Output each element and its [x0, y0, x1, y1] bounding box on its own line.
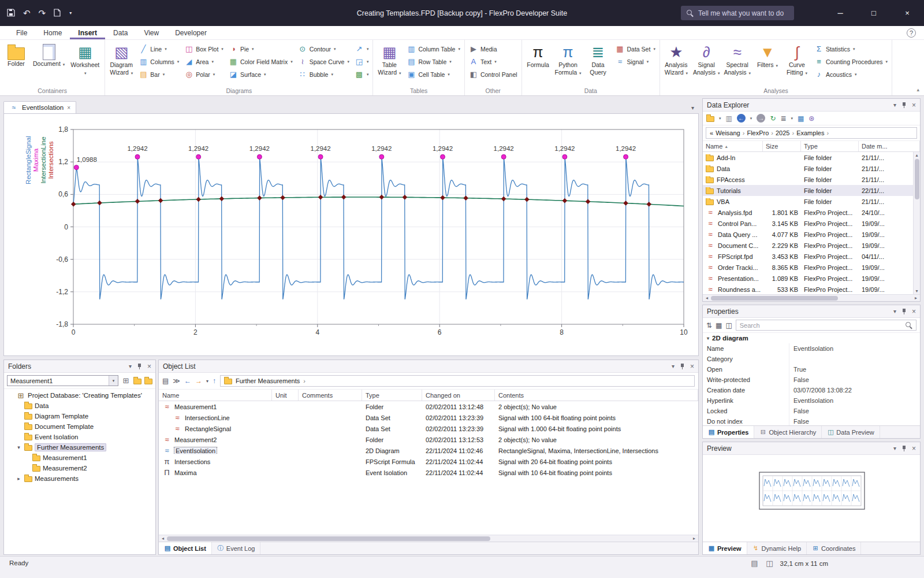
data-explorer-vscrollbar[interactable]: ▴ ▾ — [913, 152, 920, 295]
pin-icon[interactable] — [901, 102, 907, 109]
tab-event-log[interactable]: ⓘEvent Log — [212, 542, 261, 554]
table-row[interactable]: Add-InFile folder21/11/... — [703, 152, 920, 163]
pin-icon[interactable] — [680, 363, 685, 370]
breadcrumb-weisang[interactable]: Weisang — [716, 129, 740, 136]
scroll-up-icon[interactable]: ▴ — [915, 152, 918, 159]
back-circle-icon[interactable]: ← — [737, 114, 746, 123]
history-icon[interactable]: ≫ — [173, 377, 180, 385]
ribbon-statistics-button[interactable]: ΣStatistics▾ — [812, 43, 890, 55]
column-header-comments[interactable]: Comments — [299, 390, 362, 401]
new-folder-icon[interactable] — [133, 379, 141, 384]
tree-item-document-template[interactable]: Document Template — [4, 421, 155, 432]
table-row[interactable]: ≈Presentation...1.089 KBFlexPro Project.… — [703, 273, 920, 284]
tell-me-search[interactable]: Tell me what you want to do — [681, 6, 794, 20]
table-row[interactable]: ≈Measurement2Folder02/02/2011 13:12:532 … — [159, 434, 698, 445]
ribbon-signal-analysis-button[interactable]: ∂Signal Analysis ▾ — [691, 41, 722, 76]
data-explorer-breadcrumb[interactable]: «Weisang›FlexPro›2025›Examples› — [706, 127, 917, 139]
tree-item-further-measurements[interactable]: ▾Further Measurements — [4, 442, 155, 453]
data-explorer-hscrollbar[interactable]: ◂ ▸ — [703, 294, 920, 301]
table-row[interactable]: ≈Analysis.fpd1.801 KBFlexPro Project...2… — [703, 207, 920, 218]
tree-item-event-isolation[interactable]: Event Isolation — [4, 432, 155, 442]
ribbon-pie-button[interactable]: ◑Pie▾ — [226, 43, 295, 55]
scroll-right-icon[interactable]: ▸ — [912, 295, 920, 301]
ribbon-contour-button[interactable]: ⊙Contour▾ — [296, 43, 352, 55]
section-collapse-icon[interactable]: ▾ — [707, 336, 709, 341]
hscroll-thumb[interactable] — [711, 296, 838, 301]
table-row[interactable]: ≈Order Tracki...8.365 KBFlexPro Project.… — [703, 262, 920, 273]
ribbon-cell-table-button[interactable]: ▣Cell Table▾ — [404, 68, 463, 80]
ribbon-columns-button[interactable]: ▥Columns▾ — [136, 55, 181, 68]
pin-icon[interactable] — [901, 308, 907, 315]
tree-item-measurements[interactable]: ▸Measurements — [4, 473, 155, 484]
forward-icon[interactable]: → — [195, 377, 202, 385]
menu-tab-data[interactable]: Data — [105, 26, 136, 39]
property-row-hyperlink[interactable]: HyperlinkEventIsolation — [703, 395, 920, 406]
refresh-icon[interactable]: ↻ — [770, 114, 776, 123]
up-icon[interactable]: ↑ — [213, 377, 216, 385]
pin-icon[interactable] — [901, 445, 907, 452]
table-row[interactable]: ≈EventIsolation2D Diagram22/11/2024 11:0… — [159, 445, 698, 456]
new-document-icon[interactable] — [54, 9, 61, 18]
property-row-write-protected[interactable]: Write-protectedFalse — [703, 375, 920, 385]
folder-pane-icon[interactable]: ▤ — [162, 377, 169, 385]
back-caret-icon[interactable]: ▾ — [750, 116, 752, 121]
tab-object-hierarchy[interactable]: ⊟Object Hierarchy — [754, 426, 822, 438]
close-tab-icon[interactable]: × — [67, 105, 70, 111]
table-row[interactable]: ≈FPScript.fpd3.453 KBFlexPro Project...0… — [703, 251, 920, 262]
panel-menu-icon[interactable]: ▾ — [672, 363, 675, 369]
ribbon-media-button[interactable]: ▶Media — [467, 43, 520, 55]
column-header-unit[interactable]: Unit — [272, 390, 299, 401]
property-row-open[interactable]: OpenTrue — [703, 364, 920, 375]
tree-expander-icon[interactable]: ▸ — [16, 476, 22, 481]
properties-section-header[interactable]: ▾ 2D diagram — [703, 333, 920, 343]
event-isolation-chart[interactable]: 1,81,20,60-0,6-1,2-1,80246810RectangleSi… — [4, 114, 698, 355]
breadcrumb-flexpro[interactable]: FlexPro — [747, 129, 769, 136]
breadcrumb-2025[interactable]: 2025 — [776, 129, 789, 136]
table-row[interactable]: DataFile folder21/11/... — [703, 163, 920, 174]
scroll-left-icon[interactable]: ◂ — [703, 295, 711, 301]
table-row[interactable]: FPAccessFile folder21/11/... — [703, 174, 920, 185]
ribbon-formula-button[interactable]: πFormula — [524, 41, 553, 69]
column-header-type[interactable]: Type — [362, 390, 422, 401]
view-caret-icon[interactable]: ▾ — [791, 116, 793, 121]
filter-props-icon[interactable]: ◫ — [725, 321, 732, 329]
folder-combo[interactable]: Measurement1 ▾ — [7, 375, 118, 386]
close-panel-icon[interactable]: × — [912, 444, 916, 453]
folder-sync-icon[interactable]: ⊞ — [121, 377, 131, 384]
maximize-button[interactable]: □ — [857, 0, 891, 26]
tree-item-measurement2[interactable]: Measurement2 — [4, 463, 155, 473]
minimize-button[interactable]: ─ — [824, 0, 857, 26]
ribbon-signal-button[interactable]: ≈Signal▾ — [613, 55, 658, 68]
ribbon-spectral-analysis-button[interactable]: ≈Spectral Analysis ▾ — [722, 41, 752, 76]
table-row[interactable]: πIntersectionsFPScript Formula22/11/2024… — [159, 456, 698, 467]
ribbon-matrix-x-icon-button[interactable]: ▩▾ — [352, 68, 371, 80]
tab-coordinates[interactable]: ⊞Coordinates — [807, 542, 861, 554]
new-folder-icon[interactable] — [706, 116, 714, 122]
undo-icon[interactable]: ↶ — [23, 9, 31, 17]
new-caret-icon[interactable]: ▾ — [719, 116, 721, 121]
table-row[interactable]: TutorialsFile folder22/11/... — [703, 185, 920, 196]
ribbon-filters-button[interactable]: ▼Filters ▾ — [753, 41, 782, 69]
folder-options-icon[interactable] — [144, 379, 152, 384]
tree-item-project-database-creating-templates[interactable]: ⊞Project Database: 'Creating Templates' — [4, 390, 155, 401]
ribbon-python-formula-button[interactable]: πPython Formula ▾ — [553, 41, 583, 76]
ribbon-space-curve-button[interactable]: ≀Space Curve▾ — [296, 55, 352, 68]
ribbon-row-table-button[interactable]: ▤Row Table▾ — [404, 55, 463, 68]
ribbon-area-button[interactable]: ◢Area▾ — [182, 55, 226, 68]
table-row[interactable]: ≈Control Pan...3.145 KBFlexPro Project..… — [703, 218, 920, 229]
table-row[interactable]: ≈Measurement1Folder02/02/2011 13:12:482 … — [159, 401, 698, 412]
menu-tab-developer[interactable]: Developer — [167, 26, 215, 39]
forward-circle-icon[interactable]: → — [757, 114, 765, 123]
ribbon-bubble-button[interactable]: ∷Bubble▾ — [296, 68, 352, 80]
help-icon[interactable]: ? — [907, 28, 916, 38]
close-panel-icon[interactable]: × — [912, 101, 916, 109]
table-row[interactable]: ≈Roundness a...533 KBFlexPro Project...1… — [703, 284, 920, 295]
column-header-type[interactable]: Type — [801, 141, 859, 151]
table-row[interactable]: ≈IntersectionLineData Set02/02/2011 13:2… — [159, 412, 698, 423]
column-header-date-m[interactable]: Date m... — [859, 141, 920, 151]
column-header-name[interactable]: Name▲ — [703, 141, 763, 151]
ribbon-polar-button[interactable]: ◎Polar▾ — [182, 68, 226, 80]
ribbon-color-field-matrix-button[interactable]: ▦Color Field Matrix▾ — [226, 55, 295, 68]
property-row-locked[interactable]: LockedFalse — [703, 406, 920, 416]
panel-menu-icon[interactable]: ▾ — [893, 445, 896, 451]
